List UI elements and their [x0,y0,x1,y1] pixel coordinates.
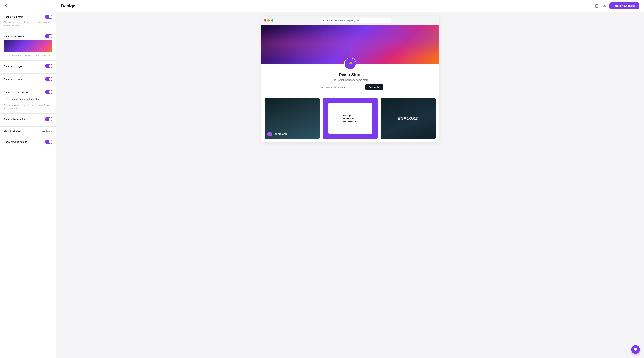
back-button[interactable] [3,3,8,8]
section-enable-store: Enable your store Display your store or … [0,11,56,31]
subscribe-row: Subscribe [265,84,436,90]
store-name: Demo Store [265,72,436,77]
thumbnail-size-value: Medium [42,130,51,133]
product-card-iconic: iconic.app [265,98,320,139]
show-subscribe-toggle[interactable] [45,117,52,121]
product-lemon-text: Sell digitalproducts theeasy-peasy way [343,115,357,122]
preview-area: https://demo-store.lemonsqueezy.me Demo … [56,12,644,358]
product-card-lemon-inner: Sell digitalproducts theeasy-peasy way [328,103,372,134]
iconic-name: iconic.app [274,133,287,136]
show-logo-toggle[interactable] [45,64,52,68]
section-thumbnail-size: Thumbnail size Medium ▾ [0,127,56,136]
show-header-label: Show store header [4,35,25,38]
email-input[interactable] [317,84,364,90]
show-desc-label: Show store description [4,91,29,94]
eye-icon-button[interactable] [602,3,607,9]
explore-text: EXPLORE [398,116,418,121]
desc-hint: Give your store a short, clear descripti… [4,104,49,110]
browser-url-bar: https://demo-store.lemonsqueezy.me [321,18,391,23]
show-product-details-label: Show product details [4,141,27,143]
show-subscribe-label: Show subscribe form [4,118,27,121]
thumbnail-size-select[interactable]: Medium ▾ [42,130,52,133]
section-show-name: Show store name [0,74,56,87]
show-name-label: Show store name [4,78,23,81]
browser-chrome: https://demo-store.lemonsqueezy.me [261,16,439,25]
iconic-logo: iconic.app [267,132,287,136]
dot-red [264,19,266,22]
section-show-description: Show store description Give your store a… [0,87,56,114]
store-description: The Lemon Squeezy demo store [265,78,436,81]
banner-preview-image [4,40,52,52]
enable-store-label: Enable your store [4,16,24,18]
store-info: Demo Store The Lemon Squeezy demo store … [261,70,439,98]
section-show-product-details: Show product details [0,136,56,149]
show-logo-label: Show store logo [4,65,22,68]
topbar: Design Publish Changes [56,0,644,12]
enable-store-hint: Display your store or hide it and redire… [4,21,50,27]
browser-dots [264,19,273,22]
enable-store-toggle[interactable] [45,15,52,19]
store-description-input[interactable] [4,96,52,102]
show-name-toggle[interactable] [45,77,52,81]
svg-point-1 [604,6,605,6]
iconic-dot [267,132,272,136]
book-icon [595,4,599,8]
chat-icon [634,347,638,352]
banner-hint: 1600 × 300 (16:3) recommended 10MB max f… [4,54,51,57]
section-show-subscribe: Show subscribe form [0,114,56,127]
dot-green [271,19,273,22]
section-show-header: Show store header 1600 × 300 (16:3) reco… [0,31,56,61]
dot-yellow [268,19,270,22]
page-title: Design [61,3,76,9]
product-card-explore: EXPLORE [380,98,436,139]
chat-bubble-button[interactable] [631,345,640,354]
thumbnail-size-label: Thumbnail size [4,130,21,133]
show-product-details-toggle[interactable] [45,140,52,144]
sidebar-header [0,0,56,11]
chevron-down-icon: ▾ [51,130,52,133]
browser-window: https://demo-store.lemonsqueezy.me Demo … [261,16,439,143]
products-grid: iconic.app Sell digitalproducts theeasy-… [261,98,439,143]
back-arrow-icon [4,4,8,8]
subscribe-button[interactable]: Subscribe [365,84,384,90]
store-logo [344,58,356,70]
book-icon-button[interactable] [594,3,600,9]
publish-changes-button[interactable]: Publish Changes [610,2,639,10]
section-show-logo: Show store logo [0,61,56,74]
topbar-actions: Publish Changes [594,2,639,10]
show-desc-toggle[interactable] [45,90,52,94]
product-card-lemon: Sell digitalproducts theeasy-peasy way [322,98,378,139]
show-header-toggle[interactable] [45,34,52,39]
svg-point-0 [603,5,606,7]
store-logo-icon [347,61,353,67]
sidebar: Enable your store Display your store or … [0,0,56,358]
eye-icon [602,4,606,8]
main-content: Design Publish Changes [56,0,644,358]
